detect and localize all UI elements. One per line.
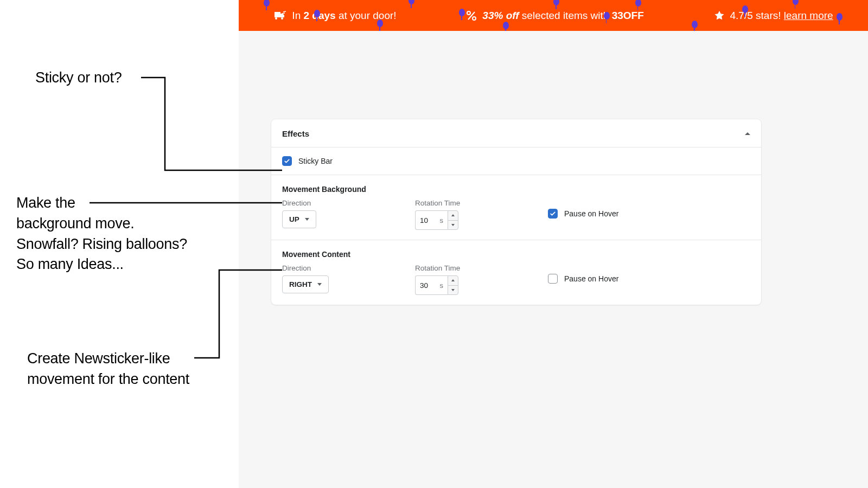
sticky-bar-label: Sticky Bar bbox=[298, 157, 333, 165]
annotations-pane: Sticky or not? Make the background move.… bbox=[0, 0, 239, 488]
preview-shipping-prefix: In bbox=[292, 10, 303, 21]
bg-rotation-step-down[interactable] bbox=[448, 220, 458, 230]
movement-background-row: Movement Background Direction UP Rotatio… bbox=[271, 175, 761, 240]
sticky-row: Sticky Bar bbox=[271, 147, 761, 175]
bg-direction-label: Direction bbox=[282, 199, 415, 207]
chevron-down-icon bbox=[305, 218, 309, 221]
bg-rotation-value: 10 bbox=[420, 216, 428, 224]
bg-direction-select[interactable]: UP bbox=[282, 210, 316, 228]
check-icon bbox=[550, 210, 556, 217]
ct-pause-checkbox[interactable] bbox=[548, 274, 558, 284]
ct-rotation-step-up[interactable] bbox=[448, 276, 458, 285]
annotation-sticky: Sticky or not? bbox=[35, 68, 122, 88]
bg-pause-checkbox[interactable] bbox=[548, 209, 558, 219]
bg-rotation-unit: s bbox=[440, 216, 444, 224]
star-icon bbox=[714, 10, 725, 21]
annotation-background: Make the background move. Snowfall? Risi… bbox=[16, 193, 187, 275]
effects-title: Effects bbox=[282, 129, 309, 138]
movement-background-heading: Movement Background bbox=[282, 185, 750, 194]
preview-item-stars: 4.7/5 stars! learn more bbox=[714, 10, 833, 22]
ct-rotation-unit: s bbox=[440, 281, 444, 290]
preview-shipping-suffix: at your door! bbox=[336, 10, 397, 21]
truck-icon bbox=[273, 10, 286, 21]
preview-discount-em: 33% off bbox=[482, 10, 519, 21]
preview-item-discount: 33% off selected items with 33OFF bbox=[466, 10, 643, 22]
effects-card-header[interactable]: Effects bbox=[271, 119, 761, 147]
annotation-content: Create Newsticker-like movement for the … bbox=[27, 349, 189, 390]
effects-card: Effects Sticky Bar Movement Background D… bbox=[271, 119, 761, 305]
chevron-up-icon bbox=[745, 132, 750, 135]
preview-discount-mid: selected items with bbox=[519, 10, 612, 21]
bg-rotation-input[interactable]: 10 s bbox=[415, 210, 448, 230]
chevron-down-icon bbox=[317, 283, 322, 286]
svg-point-1 bbox=[473, 17, 476, 20]
preview-discount-code: 33OFF bbox=[612, 10, 644, 21]
preview-learn-more-link[interactable]: learn more bbox=[784, 10, 833, 21]
ct-rotation-label: Rotation Time bbox=[415, 264, 548, 272]
ct-rotation-value: 30 bbox=[420, 281, 428, 290]
ct-direction-select[interactable]: RIGHT bbox=[282, 275, 329, 293]
svg-point-0 bbox=[467, 11, 470, 15]
ct-rotation-step-down[interactable] bbox=[448, 285, 458, 295]
ct-pause-label: Pause on Hover bbox=[564, 274, 618, 283]
percent-icon bbox=[466, 10, 477, 21]
movement-content-row: Movement Content Direction RIGHT Rotatio… bbox=[271, 240, 761, 305]
bg-direction-value: UP bbox=[289, 215, 299, 223]
ct-rotation-input[interactable]: 30 s bbox=[415, 275, 448, 295]
ct-direction-value: RIGHT bbox=[289, 280, 312, 288]
bg-pause-label: Pause on Hover bbox=[564, 209, 618, 218]
bg-rotation-label: Rotation Time bbox=[415, 199, 548, 207]
bg-rotation-step-up[interactable] bbox=[448, 211, 458, 220]
movement-content-heading: Movement Content bbox=[282, 250, 750, 259]
preview-stars-text: 4.7/5 stars! bbox=[730, 10, 784, 21]
sticky-bar-checkbox[interactable] bbox=[282, 156, 292, 166]
svg-line-2 bbox=[468, 12, 475, 20]
check-icon bbox=[284, 158, 290, 164]
app-preview-pane: In 2 days at your door! 33% off selected… bbox=[239, 0, 868, 488]
ct-direction-label: Direction bbox=[282, 264, 415, 272]
preview-announcement-bar: In 2 days at your door! 33% off selected… bbox=[239, 0, 868, 31]
